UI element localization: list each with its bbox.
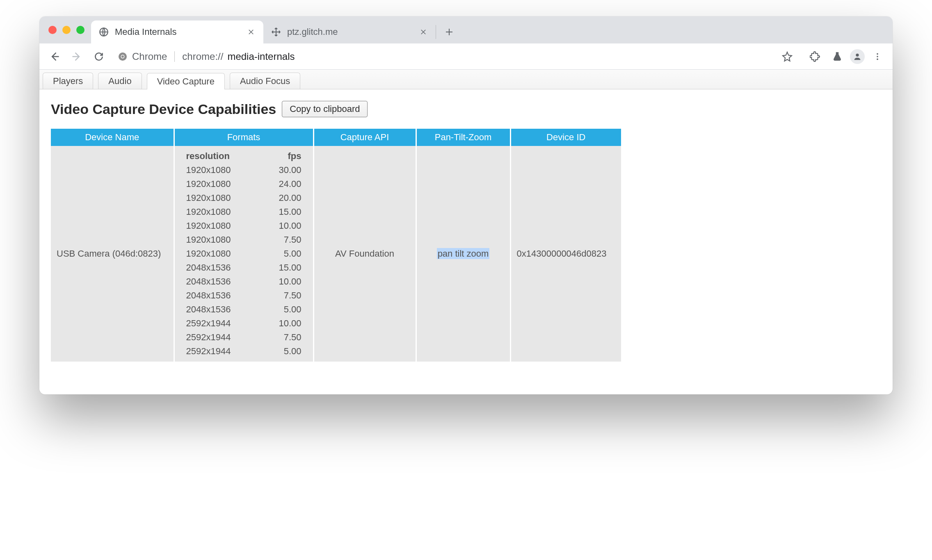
format-fps: 10.00	[257, 316, 313, 330]
format-resolution: 2592x1944	[175, 330, 257, 344]
page-heading: Video Capture Device Capabilities	[51, 101, 276, 117]
browser-tab-media-internals[interactable]: Media Internals	[91, 20, 263, 43]
tab-label: Audio	[108, 76, 131, 87]
bookmark-button[interactable]	[778, 47, 797, 66]
formats-row: 2048x153615.00	[175, 261, 313, 275]
format-fps: 5.00	[257, 247, 313, 261]
format-resolution: 2048x1536	[175, 303, 257, 316]
formats-row: 2592x194410.00	[175, 316, 313, 330]
tab-players[interactable]: Players	[43, 73, 93, 89]
browser-tab-ptz[interactable]: ptz.glitch.me	[263, 20, 436, 43]
format-resolution: 1920x1080	[175, 177, 257, 191]
omnibox-chip: Chrome	[132, 51, 167, 62]
format-resolution: 1920x1080	[175, 219, 257, 233]
labs-button[interactable]	[828, 47, 847, 66]
svg-point-4	[856, 53, 859, 56]
formats-row: 1920x10807.50	[175, 233, 313, 247]
cell-ptz: pan tilt zoom	[416, 146, 510, 362]
format-fps: 24.00	[257, 177, 313, 191]
menu-button[interactable]	[868, 47, 887, 66]
capabilities-table: Device Name Formats Capture API Pan-Tilt…	[51, 129, 621, 362]
format-fps: 5.00	[257, 344, 313, 358]
divider	[174, 51, 175, 62]
formats-table: resolution fps 1920x108030.001920x108024…	[175, 149, 313, 358]
format-resolution: 1920x1080	[175, 247, 257, 261]
page-content: Video Capture Device Capabilities Copy t…	[39, 89, 893, 394]
col-capture-api[interactable]: Capture API	[313, 129, 416, 146]
formats-row: 1920x10805.00	[175, 247, 313, 261]
col-device-id[interactable]: Device ID	[510, 129, 621, 146]
formats-row: 2592x19447.50	[175, 330, 313, 344]
format-resolution: 2048x1536	[175, 289, 257, 303]
format-fps: 15.00	[257, 205, 313, 219]
formats-row: 1920x108015.00	[175, 205, 313, 219]
page-tabbar: Players Audio Video Capture Audio Focus	[39, 70, 893, 89]
tab-audio[interactable]: Audio	[98, 73, 142, 89]
formats-row: 2048x15367.50	[175, 289, 313, 303]
tab-label: Audio Focus	[240, 76, 290, 87]
format-fps: 7.50	[257, 330, 313, 344]
window-minimize-button[interactable]	[62, 26, 71, 34]
col-ptz[interactable]: Pan-Tilt-Zoom	[416, 129, 510, 146]
format-fps: 15.00	[257, 261, 313, 275]
formats-row: 1920x108030.00	[175, 163, 313, 177]
format-resolution: 2048x1536	[175, 261, 257, 275]
back-button[interactable]	[45, 47, 64, 66]
format-resolution: 1920x1080	[175, 205, 257, 219]
tab-label: Video Capture	[157, 76, 215, 87]
omnibox-url-scheme: chrome://	[182, 51, 223, 62]
formats-col-resolution: resolution	[175, 149, 257, 163]
browser-tabstrip: Media Internals ptz.glitch.me	[39, 16, 893, 43]
omnibox-url-path: media-internals	[227, 51, 295, 62]
cell-formats: resolution fps 1920x108030.001920x108024…	[174, 146, 313, 362]
formats-col-fps: fps	[257, 149, 313, 163]
window-close-button[interactable]	[48, 26, 57, 34]
chrome-icon	[117, 51, 128, 62]
tab-video-capture[interactable]: Video Capture	[147, 73, 225, 89]
ptz-value: pan tilt zoom	[437, 248, 490, 259]
table-row: USB Camera (046d:0823) resolution fps 19…	[51, 146, 621, 362]
browser-tab-title: ptz.glitch.me	[287, 27, 413, 37]
window-maximize-button[interactable]	[76, 26, 85, 34]
formats-row: 2592x19445.00	[175, 344, 313, 358]
format-resolution: 2592x1944	[175, 316, 257, 330]
extensions-button[interactable]	[806, 47, 825, 66]
svg-point-3	[121, 55, 124, 58]
formats-row: 2048x15365.00	[175, 303, 313, 316]
formats-row: 1920x108010.00	[175, 219, 313, 233]
cell-device-id: 0x14300000046d0823	[510, 146, 621, 362]
browser-window: Media Internals ptz.glitch.me	[39, 16, 893, 394]
forward-button[interactable]	[67, 47, 86, 66]
format-resolution: 2592x1944	[175, 344, 257, 358]
browser-toolbar: Chrome chrome://media-internals	[39, 43, 893, 70]
cell-device-name: USB Camera (046d:0823)	[51, 146, 174, 362]
cell-capture-api: AV Foundation	[313, 146, 416, 362]
svg-point-6	[877, 56, 878, 57]
format-resolution: 2048x1536	[175, 275, 257, 289]
tab-audio-focus[interactable]: Audio Focus	[230, 73, 300, 89]
tab-separator	[436, 25, 436, 39]
svg-point-7	[877, 58, 878, 60]
move-icon	[271, 27, 281, 37]
col-device-name[interactable]: Device Name	[51, 129, 174, 146]
close-icon[interactable]	[246, 27, 256, 37]
format-fps: 20.00	[257, 191, 313, 205]
browser-tab-title: Media Internals	[115, 27, 240, 37]
format-fps: 7.50	[257, 289, 313, 303]
formats-row: 2048x153610.00	[175, 275, 313, 289]
format-fps: 10.00	[257, 275, 313, 289]
formats-row: 1920x108020.00	[175, 191, 313, 205]
format-fps: 10.00	[257, 219, 313, 233]
new-tab-button[interactable]	[441, 24, 457, 40]
globe-icon	[98, 27, 109, 37]
copy-to-clipboard-button[interactable]: Copy to clipboard	[282, 101, 368, 117]
formats-row: 1920x108024.00	[175, 177, 313, 191]
address-bar[interactable]: Chrome chrome://media-internals	[112, 47, 802, 66]
col-formats[interactable]: Formats	[174, 129, 313, 146]
format-resolution: 1920x1080	[175, 163, 257, 177]
profile-button[interactable]	[850, 49, 865, 64]
close-icon[interactable]	[418, 27, 428, 37]
format-resolution: 1920x1080	[175, 191, 257, 205]
format-resolution: 1920x1080	[175, 233, 257, 247]
reload-button[interactable]	[89, 47, 108, 66]
